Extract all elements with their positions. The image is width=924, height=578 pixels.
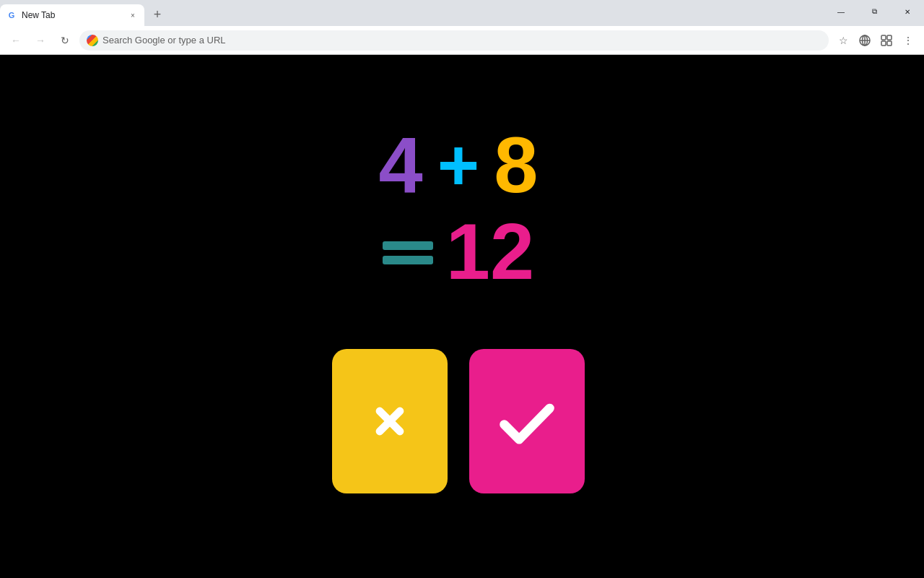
correct-button[interactable] <box>469 349 585 493</box>
back-button[interactable]: ← <box>6 30 26 51</box>
equals-bar-top <box>383 241 433 250</box>
globe-icon <box>858 34 871 47</box>
tab-bar: G New Tab × + — ⧉ ✕ <box>0 0 924 26</box>
x-icon <box>357 389 422 454</box>
svg-rect-5 <box>887 35 892 40</box>
result-row: 12 <box>383 212 534 291</box>
browser-frame: G New Tab × + — ⧉ ✕ ← → ↻ Search Google … <box>0 0 924 578</box>
equation-area: 4 + 8 12 <box>379 125 539 291</box>
tab-title: New Tab <box>22 10 123 20</box>
number1: 4 <box>379 125 423 204</box>
page-content: 4 + 8 12 <box>0 55 924 578</box>
window-controls: — ⧉ ✕ <box>824 0 924 26</box>
equals-bar-bottom <box>383 256 433 264</box>
settings-button[interactable] <box>876 30 897 51</box>
result: 12 <box>446 212 534 291</box>
bookmark-button[interactable]: ☆ <box>833 30 853 51</box>
number2: 8 <box>494 125 538 204</box>
equation-row: 4 + 8 <box>379 125 539 204</box>
reload-button[interactable]: ↻ <box>55 30 75 51</box>
extensions-puzzle-icon <box>880 34 893 47</box>
address-text: Search Google or type a URL <box>103 35 821 46</box>
right-panel <box>606 55 924 578</box>
tab-close-button[interactable]: × <box>127 9 139 21</box>
svg-rect-6 <box>881 41 886 46</box>
toolbar: ← → ↻ Search Google or type a URL ☆ <box>0 26 924 55</box>
check-icon <box>494 389 559 454</box>
svg-rect-7 <box>887 41 892 46</box>
menu-button[interactable]: ⋮ <box>898 30 918 51</box>
tab-favicon-icon: G <box>9 11 15 20</box>
equals-sign <box>383 241 433 264</box>
new-tab-button[interactable]: + <box>147 4 167 25</box>
active-tab[interactable]: G New Tab × <box>0 4 144 26</box>
extensions-button[interactable] <box>855 30 875 51</box>
address-bar[interactable]: Search Google or type a URL <box>79 30 829 51</box>
close-button[interactable]: ✕ <box>891 0 924 23</box>
tab-favicon: G <box>6 9 17 21</box>
google-icon <box>87 35 98 46</box>
operator: + <box>437 129 479 201</box>
svg-rect-4 <box>881 35 886 40</box>
minimize-button[interactable]: — <box>824 0 858 23</box>
toolbar-actions: ☆ ⋮ <box>833 30 918 51</box>
maximize-button[interactable]: ⧉ <box>858 0 891 23</box>
wrong-button[interactable] <box>332 349 448 493</box>
button-row <box>332 349 585 493</box>
center-panel: 4 + 8 12 <box>310 55 606 578</box>
forward-button[interactable]: → <box>30 30 51 51</box>
left-panel <box>0 55 310 578</box>
